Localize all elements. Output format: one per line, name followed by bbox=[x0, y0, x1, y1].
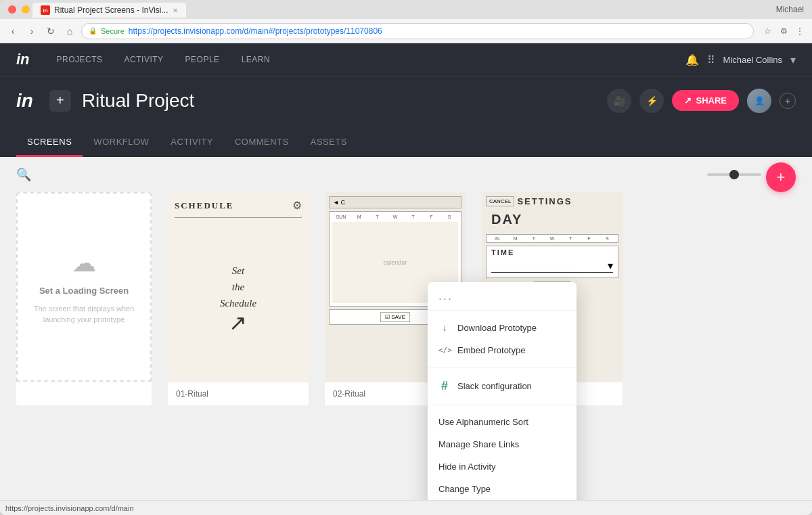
placeholder-icon: ☁ bbox=[72, 249, 96, 277]
subnav-assets[interactable]: ASSETS bbox=[300, 129, 358, 157]
invision-logo: in bbox=[16, 51, 30, 68]
menu-hide-activity[interactable]: Hide in Activity bbox=[428, 455, 577, 478]
main-content: 🔍 ⊞ ☰ + ☁ bbox=[0, 157, 812, 500]
project-logo: in bbox=[16, 90, 33, 112]
menu-slack-label: Slack configuration bbox=[457, 381, 532, 391]
nav-user-name[interactable]: Michael Collins bbox=[723, 55, 782, 65]
screen-label-01: 01-Ritual bbox=[168, 382, 309, 405]
menu-change-type[interactable]: Change Type bbox=[428, 478, 577, 500]
menu-download-label: Download Prototype bbox=[457, 323, 537, 333]
menu-icon[interactable]: ⋮ bbox=[793, 24, 807, 38]
menu-section-download: ↓ Download Prototype </> Embed Prototype bbox=[428, 311, 577, 367]
secure-icon: 🔒 bbox=[89, 27, 97, 35]
download-icon: ↓ bbox=[438, 322, 451, 333]
tab-title: Ritual Project Screens - InVisi... bbox=[54, 5, 168, 15]
nav-learn[interactable]: LEARN bbox=[242, 55, 271, 64]
browser-titlebar: in Ritual Project Screens - InVisi... ✕ … bbox=[0, 0, 812, 19]
slider-track bbox=[707, 173, 761, 176]
tab-close-icon[interactable]: ✕ bbox=[173, 7, 178, 14]
screen-card-01[interactable]: SCHEDULE ⚙ SettheSchedule ↗ 01-Ritu bbox=[168, 192, 309, 405]
menu-section-slack: # Slack configuration bbox=[428, 367, 577, 405]
menu-section-sort: Use Alphanumeric Sort Manage Share Links… bbox=[428, 405, 577, 500]
nav-projects[interactable]: PROJECTS bbox=[57, 55, 103, 64]
fab-add-button[interactable]: + bbox=[766, 162, 796, 192]
lightning-button[interactable]: ⚡ bbox=[639, 89, 664, 113]
notifications-icon[interactable]: 🔔 bbox=[685, 53, 699, 66]
share-icon: ↗ bbox=[684, 95, 692, 106]
nav-user-chevron[interactable]: ▾ bbox=[790, 53, 796, 66]
status-url: https://projects.invisionapp.com/d/main bbox=[5, 504, 134, 512]
bookmark-icon[interactable]: ☆ bbox=[761, 24, 774, 38]
browser-user: Michael bbox=[776, 5, 804, 14]
extensions-icon[interactable]: ⚙ bbox=[777, 24, 790, 38]
menu-slack[interactable]: # Slack configuration bbox=[428, 373, 577, 399]
apps-grid-icon[interactable]: ⠿ bbox=[707, 53, 715, 66]
slider-thumb[interactable] bbox=[729, 170, 739, 179]
search-icon[interactable]: 🔍 bbox=[16, 167, 31, 182]
video-button[interactable]: 🎥 bbox=[607, 89, 631, 113]
subnav-screens[interactable]: SCREENS bbox=[16, 129, 83, 157]
user-avatar[interactable]: 👤 bbox=[747, 89, 771, 113]
browser-toolbar: ‹ › ↻ ⌂ 🔒 Secure https://projects.invisi… bbox=[0, 19, 812, 43]
content-toolbar: 🔍 ⊞ ☰ bbox=[0, 157, 812, 192]
close-button[interactable] bbox=[8, 5, 16, 14]
browser-tab[interactable]: in Ritual Project Screens - InVisi... ✕ bbox=[32, 3, 186, 18]
nav-activity[interactable]: ACTIVITY bbox=[125, 55, 164, 64]
minimize-button[interactable] bbox=[22, 5, 30, 14]
tab-favicon: in bbox=[41, 5, 50, 15]
menu-share-links-label: Manage Share Links bbox=[438, 439, 519, 449]
forward-button[interactable]: › bbox=[24, 24, 39, 39]
home-button[interactable]: ⌂ bbox=[62, 24, 77, 39]
header-actions: 🎥 ⚡ ↗ SHARE 👤 + bbox=[607, 89, 796, 113]
menu-alphanumeric-label: Use Alphanumeric Sort bbox=[438, 417, 528, 427]
share-button[interactable]: ↗ SHARE bbox=[672, 90, 739, 111]
project-title: Ritual Project bbox=[82, 90, 195, 112]
add-screen-button[interactable]: + bbox=[49, 90, 71, 112]
project-header: in + Ritual Project 🎥 ⚡ ↗ SHARE 👤 + bbox=[0, 76, 812, 125]
subnav-workflow[interactable]: WORKFLOW bbox=[83, 129, 160, 157]
refresh-button[interactable]: ↻ bbox=[43, 24, 58, 39]
context-menu: ... ↓ Download Prototype </> Embed Proto… bbox=[428, 282, 577, 500]
slack-icon: # bbox=[438, 379, 451, 393]
url-display: https://projects.invisionapp.com/d/main#… bbox=[129, 26, 382, 36]
embed-icon: </> bbox=[438, 346, 451, 355]
placeholder-card: ☁ Set a Loading Screen The screen that d… bbox=[16, 192, 152, 405]
menu-hide-activity-label: Hide in Activity bbox=[438, 462, 496, 472]
share-label: SHARE bbox=[696, 95, 727, 106]
top-nav-right: 🔔 ⠿ Michael Collins ▾ bbox=[685, 53, 796, 66]
nav-people[interactable]: PEOPLE bbox=[185, 55, 220, 64]
screen-placeholder[interactable]: ☁ Set a Loading Screen The screen that d… bbox=[16, 192, 152, 382]
screen-image-01: SCHEDULE ⚙ SettheSchedule ↗ bbox=[168, 192, 309, 382]
menu-alphanumeric[interactable]: Use Alphanumeric Sort bbox=[428, 411, 577, 433]
placeholder-desc: The screen that displays when launching … bbox=[18, 304, 150, 325]
screens-grid: ☁ Set a Loading Screen The screen that d… bbox=[0, 192, 812, 422]
menu-change-type-label: Change Type bbox=[438, 484, 491, 494]
zoom-slider[interactable] bbox=[707, 173, 761, 176]
back-button[interactable]: ‹ bbox=[5, 24, 20, 39]
browser-toolbar-icons: ☆ ⚙ ⋮ bbox=[761, 24, 807, 38]
screen-content-01: SCHEDULE ⚙ SettheSchedule ↗ bbox=[168, 192, 309, 382]
menu-dots: ... bbox=[428, 282, 577, 311]
invite-button[interactable]: + bbox=[780, 93, 796, 109]
placeholder-title: Set a Loading Screen bbox=[39, 286, 129, 296]
subnav-activity[interactable]: ACTIVITY bbox=[160, 129, 224, 157]
app-wrapper: in PROJECTS ACTIVITY PEOPLE LEARN 🔔 ⠿ Mi… bbox=[0, 43, 812, 515]
address-bar[interactable]: 🔒 Secure https://projects.invisionapp.co… bbox=[81, 23, 754, 39]
subnav-comments[interactable]: COMMENTS bbox=[224, 129, 300, 157]
menu-share-links[interactable]: Manage Share Links bbox=[428, 433, 577, 455]
menu-embed[interactable]: </> Embed Prototype bbox=[428, 339, 577, 361]
menu-download[interactable]: ↓ Download Prototype bbox=[428, 316, 577, 339]
status-bar: https://projects.invisionapp.com/d/main bbox=[0, 500, 812, 515]
top-nav: in PROJECTS ACTIVITY PEOPLE LEARN 🔔 ⠿ Mi… bbox=[0, 43, 812, 76]
secure-label: Secure bbox=[101, 27, 125, 35]
sub-nav: SCREENS WORKFLOW ACTIVITY COMMENTS ASSET… bbox=[0, 125, 812, 157]
menu-embed-label: Embed Prototype bbox=[457, 345, 525, 355]
browser-frame: in Ritual Project Screens - InVisi... ✕ … bbox=[0, 0, 812, 515]
avatar-image: 👤 bbox=[754, 96, 765, 106]
